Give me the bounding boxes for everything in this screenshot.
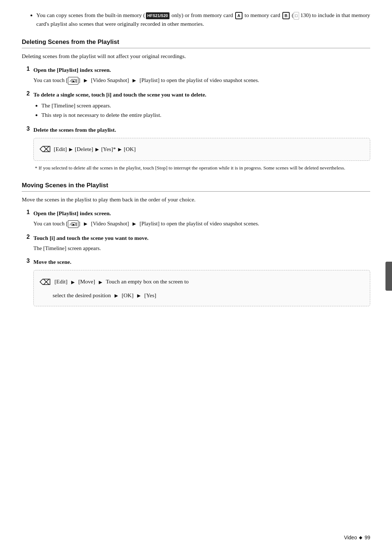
move-command-box: ⌫ [Edit] ► [Move] ► Touch an empty box o… — [33, 270, 370, 306]
memory-card-a-icon: A — [235, 12, 242, 19]
memory-card-b-icon: B — [282, 12, 290, 19]
moving-step-3: 3 Move the scene. ⌫ [Edit] ► [Move] ► To… — [22, 258, 370, 310]
moving-step-1-detail: You can touch [♪▶|] ► [Video Snapshot] ►… — [33, 221, 259, 226]
cmd-delete: [Delete] — [75, 144, 93, 154]
cmd-arrow-3: ► — [117, 144, 123, 154]
moving-step-1-title: Open the [Playlist] index screen. — [33, 209, 370, 218]
step-1-title: Open the [Playlist] index screen. — [33, 66, 370, 74]
move-cmd-arrow-4: ► — [136, 290, 142, 301]
step-1-body: Open the [Playlist] index screen. You ca… — [33, 66, 370, 85]
moving-step-3-title: Move the scene. — [33, 258, 370, 266]
deleting-section: Deleting Scenes from the Playlist Deleti… — [22, 38, 370, 174]
step-2-bullets: The [Timeline] screen appears. This step… — [33, 101, 370, 119]
moving-step-2-title: Touch [i] and touch the scene you want t… — [33, 234, 370, 242]
hfs-badge: HFS21/S20 — [146, 12, 170, 19]
moving-step-1: 1 Open the [Playlist] index screen. You … — [22, 209, 370, 229]
moving-step-2: 2 Touch [i] and touch the scene you want… — [22, 234, 370, 253]
arrow-1b: ► — [131, 76, 137, 85]
moving-step-2-body: Touch [i] and touch the scene you want t… — [33, 234, 370, 253]
deleting-steps-list: 1 Open the [Playlist] index screen. You … — [22, 66, 370, 174]
moving-step-number-1: 1 — [22, 209, 30, 216]
footer-diamond: ◆ — [359, 535, 362, 540]
move-cmd-arrow-1: ► — [70, 277, 76, 288]
moving-section-heading: Moving Scenes in the Playlist — [22, 182, 370, 192]
step-3-title: Delete the scenes from the playlist. — [33, 126, 370, 134]
move-cmd-edit: [Edit] — [54, 279, 68, 285]
moving-intro-text: Move the scenes in the playlist to play … — [22, 195, 370, 204]
moving-section: Moving Scenes in the Playlist Move the s… — [22, 182, 370, 310]
page-footer: Video ◆ 99 — [344, 535, 370, 540]
move-cmd-select-position: select the desired position — [40, 292, 111, 298]
arrow-1a: ► — [83, 76, 89, 85]
intro-text-to: to memory card — [243, 12, 282, 18]
delete-footnote: * If you selected to delete all the scen… — [33, 164, 370, 172]
move-cmd-move: [Move] — [78, 279, 95, 285]
intro-text-before-badge: You can copy scenes from the built-in me… — [36, 12, 145, 18]
side-tab — [385, 262, 392, 291]
step-2-bullet-2: This step is not necessary to delete the… — [41, 111, 370, 119]
deleting-step-1: 1 Open the [Playlist] index screen. You … — [22, 66, 370, 85]
step-2-bullet-1: The [Timeline] screen appears. — [41, 101, 370, 110]
cmd-arrow-1: ► — [68, 144, 74, 154]
touch-hand-icon-2: ⌫ — [40, 275, 51, 290]
move-cmd-arrow-2: ► — [98, 277, 103, 288]
step-3-body: Delete the scenes from the playlist. ⌫ [… — [33, 126, 370, 174]
step-2-body: To delete a single scene, touch [i] and … — [33, 90, 370, 120]
footer-page-number: 99 — [364, 535, 370, 540]
step-number-3: 3 — [22, 126, 30, 132]
moving-step-3-body: Move the scene. ⌫ [Edit] ► [Move] ► Touc… — [33, 258, 370, 310]
footer-label: Video — [344, 535, 357, 540]
step-2-title: To delete a single scene, touch [i] and … — [33, 90, 370, 99]
deleting-step-3: 3 Delete the scenes from the playlist. ⌫… — [22, 126, 370, 174]
move-cmd-ok: [OK] — [122, 292, 134, 298]
moving-arrow-1b: ► — [131, 220, 137, 229]
step-number-2: 2 — [22, 90, 30, 97]
deleting-section-heading: Deleting Scenes from the Playlist — [22, 38, 370, 48]
moving-step-number-3: 3 — [22, 258, 30, 264]
move-cmd-yes: [Yes] — [144, 292, 156, 298]
moving-step-1-body: Open the [Playlist] index screen. You ca… — [33, 209, 370, 229]
touch-hand-icon: ⌫ — [40, 143, 51, 156]
delete-command-box: ⌫ [Edit] ► [Delete] ► [Yes]* ► [OK] — [33, 138, 370, 161]
intro-bullet-item: You can copy scenes from the built-in me… — [36, 11, 370, 28]
cmd-arrow-2: ► — [94, 144, 100, 154]
intro-text-after-badge: only) or from memory card — [170, 12, 234, 18]
intro-section: You can copy scenes from the built-in me… — [22, 11, 370, 28]
step-number-1: 1 — [22, 66, 30, 72]
cmd-edit: [Edit] — [54, 144, 67, 154]
moving-step-2-detail: The [Timeline] screen appears. — [33, 245, 101, 251]
deleting-intro-text: Deleting scenes from the playlist will n… — [22, 52, 370, 61]
cmd-ok: [OK] — [124, 144, 136, 154]
cmd-yes-star: [Yes]* — [101, 144, 116, 154]
step-1-detail: You can touch [♪▶|] ► [Video Snapshot] ►… — [33, 77, 259, 83]
moving-steps-list: 1 Open the [Playlist] index screen. You … — [22, 209, 370, 310]
move-cmd-arrow-3: ► — [113, 290, 119, 301]
moving-step-number-2: 2 — [22, 234, 30, 240]
move-cmd-touch-empty: Touch an empty box on the screen to — [106, 279, 188, 285]
deleting-step-2: 2 To delete a single scene, touch [i] an… — [22, 90, 370, 120]
moving-arrow-1a: ► — [83, 220, 89, 229]
page-content: You can copy scenes from the built-in me… — [22, 11, 370, 310]
